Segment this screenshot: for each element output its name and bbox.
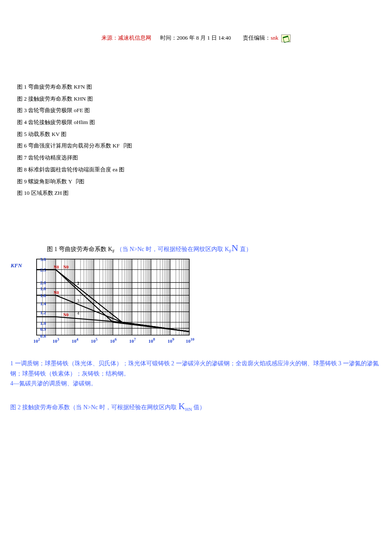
- chart-marker: N0: [63, 312, 69, 317]
- figure-1-caption: 1 一调质钢；球墨铸铁（珠光体、贝氏体）；珠光体可锻铸铁 2 一渗碳淬火的渗碳钢…: [0, 353, 392, 392]
- y-tick-label: 1.6: [34, 293, 46, 298]
- x-tick-label: 102: [33, 337, 40, 344]
- toc-item: 图 5 动载系数 KV 图: [17, 129, 375, 140]
- note-icon: [281, 35, 291, 42]
- time-label: 时间：2006 年 8 月 1 日 14:40: [160, 35, 231, 41]
- y-tick-label: 1.8: [34, 286, 46, 291]
- toc-item: 图 2 接触疲劳寿命系数 KHN 图: [17, 94, 375, 104]
- toc-item: 图 4 齿轮接触疲劳极限 oHlim 图: [17, 117, 375, 128]
- x-tick-label: 109: [167, 337, 174, 344]
- figure-2-title: 图 2 接触疲劳寿命系数（当 N>Nc 时，可根据经验在网纹区内取 KHN 值）: [0, 392, 392, 416]
- chart-marker: N0: [63, 265, 69, 269]
- y-tick-label: 1.2: [34, 310, 46, 315]
- figure-1-title: 图 1 弯曲疲劳寿命系数 KF （当 N>Nc 时，可根据经验在网纹区内取 KF…: [0, 200, 392, 259]
- figure-toc: 图 1 弯曲疲劳寿命系数 KFN 图图 2 接触疲劳寿命系数 KHN 图图 3 …: [0, 51, 392, 199]
- editor-name: snk: [271, 35, 278, 41]
- y-tick-label: 3.0: [34, 257, 46, 262]
- toc-item: 图 3 齿轮弯曲疲劳极限 oFE 图: [17, 105, 375, 116]
- x-tick-label: 103: [52, 337, 59, 344]
- toc-item: 图 7 齿轮传动精度选择图: [17, 153, 375, 163]
- series-label: 3: [77, 298, 79, 303]
- x-tick-label: 108: [148, 337, 155, 344]
- editor-label: 责任编辑：snk: [243, 35, 280, 41]
- toc-item: 图 8 标准斜齿圆柱齿轮传动端面重合度 ea 图: [17, 165, 375, 175]
- x-tick-label: 105: [91, 337, 98, 344]
- x-tick-label: 1010: [186, 337, 194, 344]
- y-tick-label: 0.9: [34, 327, 46, 332]
- y-tick-label: 2.0: [34, 280, 46, 285]
- toc-item: 图 1 弯曲疲劳寿命系数 KFN 图: [17, 82, 375, 92]
- x-tick-label: 104: [72, 337, 78, 344]
- y-tick-label: 1.4: [34, 301, 46, 306]
- source-label: 来源：减速机信息网: [101, 35, 151, 41]
- series-label: 4: [77, 311, 79, 315]
- series-label: 2: [77, 281, 79, 286]
- y-tick-label: 2.5: [34, 267, 46, 272]
- chart-y-axis-label: KFN: [11, 262, 22, 269]
- toc-item: 图 10 区域系数 ZH 图: [17, 188, 375, 199]
- chart-plot-area: 3.02.52.01.81.61.41.21.00.90.81021031041…: [36, 259, 190, 335]
- article-header: 来源：减速机信息网 时间：2006 年 8 月 1 日 14:40 责任编辑：s…: [0, 0, 392, 51]
- y-tick-label: 1.0: [34, 321, 46, 326]
- chart-marker: N0: [54, 265, 59, 269]
- toc-item: 图 9 螺旋角影响系数 Y 卩图: [17, 176, 375, 187]
- x-tick-label: 107: [129, 337, 136, 344]
- figure-1-chart: KFN 3.02.52.01.81.61.41.21.00.90.8102103…: [0, 259, 392, 353]
- x-tick-label: 106: [110, 337, 117, 344]
- toc-item: 图 6 弯曲强度计算用齿向载荷分布系数 KF 卩图: [17, 141, 375, 151]
- chart-marker: N0: [54, 290, 59, 295]
